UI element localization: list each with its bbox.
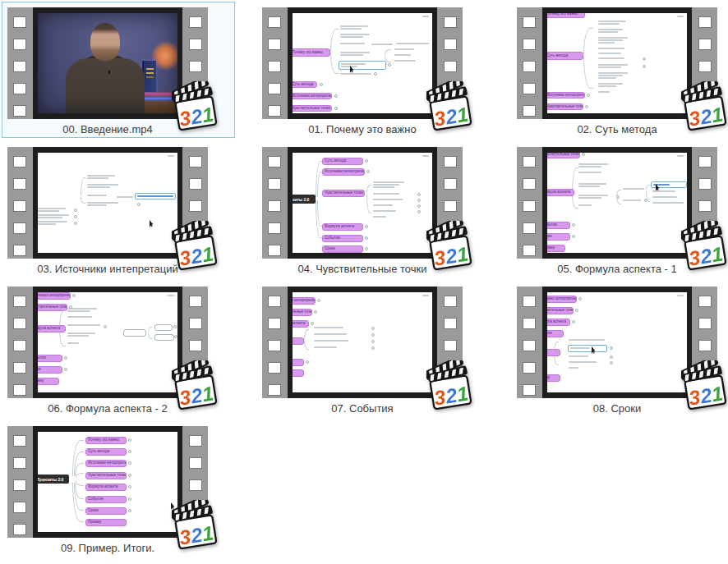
file-item-03[interactable]: 3 2 1 03. Источники интепретаций: [2, 141, 235, 277]
mindmap-twig: [341, 63, 366, 65]
sprocket-hole: [523, 245, 536, 256]
node-badge: [366, 170, 370, 173]
sprocket-hole: [444, 178, 457, 190]
sprocket-hole: [698, 296, 712, 307]
sprocket-hole: [523, 362, 536, 374]
mindmap-twig: [652, 190, 675, 192]
mindmap-twig: [373, 186, 394, 188]
sprocket-hole: [189, 16, 202, 28]
thumbnail-content: Почему это важноСуть методаИсточники инт…: [293, 13, 432, 113]
sprocket-hole: [523, 156, 536, 167]
sprocket-hole: [444, 61, 457, 72]
node-badge: [575, 309, 578, 312]
file-item-09[interactable]: Транзиты 2.0Почему это важноСуть методаИ…: [2, 420, 235, 557]
mindmap-twig: [38, 221, 67, 222]
node-badge: [417, 204, 421, 208]
mindmap-node: Сроки: [38, 366, 62, 374]
mindmap-twig: [598, 75, 623, 76]
file-item-02[interactable]: Почему это важноСуть методаИсточники инт…: [511, 2, 728, 138]
node-badge: [365, 236, 368, 240]
sprocket-hole: [523, 200, 536, 212]
sprocket-hole: [698, 200, 712, 212]
branch-curve: [583, 28, 593, 54]
mindmap-node: Пример: [38, 378, 59, 385]
node-badge: [417, 210, 421, 213]
mindmap-twig: [578, 195, 608, 196]
branch-curve: [304, 341, 309, 350]
mindmap-twig: [38, 210, 59, 212]
mindmap-node: Источники интерпретаций: [38, 292, 71, 300]
mindmap-twig: [117, 196, 133, 198]
node-badge: [128, 485, 131, 488]
mindmap-twig: [598, 21, 626, 22]
thumbnail-content: Транзиты 2.0Почему это важноСуть методаИ…: [38, 432, 177, 532]
branch-curve: [646, 185, 650, 190]
mindmap-node: Почему это важно: [293, 48, 330, 57]
node-badge: [643, 65, 646, 68]
sprocket-hole: [523, 340, 536, 351]
sprocket-hole: [268, 318, 281, 329]
sprocket-hole: [268, 200, 281, 212]
mindmap-node: Чувствительные точки: [293, 309, 312, 316]
sprocket-hole: [13, 502, 26, 513]
node-badge: [74, 215, 77, 218]
file-item-05[interactable]: Чувствительные точкиФормула аспектаСобыт…: [511, 141, 728, 277]
mindmap-node: Чувствительные точки: [85, 472, 127, 479]
mindmap-twig: [598, 42, 615, 44]
mindmap-node: Формула аспекта: [38, 325, 66, 332]
node-badge: [585, 105, 588, 108]
file-browser-thumbnail-view: { "logo": {"digits": ["3","2","1"]}, "pa…: [0, 0, 728, 564]
sprocket-hole: [13, 362, 26, 374]
mindmap-twig: [38, 208, 66, 209]
mindmap-subnode: [154, 324, 173, 331]
file-item-06[interactable]: Источники интерпретацийЧувствительные то…: [2, 281, 235, 417]
file-item-01[interactable]: Почему это важноСуть методаИсточники инт…: [256, 2, 490, 138]
sprocket-hole: [523, 222, 536, 234]
mindmap-twig: [373, 181, 404, 183]
mindmap-node: Сроки: [547, 233, 570, 241]
mindmap-twig: [394, 54, 411, 56]
mindmap-node: Пример: [85, 519, 127, 526]
node-badge: [388, 63, 391, 66]
file-item-00[interactable]: 3 2 1 00. Введение.mp4: [2, 2, 235, 138]
mindmap-subnode: [123, 329, 146, 337]
sprocket-hole: [268, 83, 281, 94]
node-badge: [374, 72, 377, 76]
file-item-08[interactable]: Источники интерпретацийЧувствительные то…: [511, 281, 728, 417]
mindmap-node: Пример: [293, 369, 304, 377]
mindmap-node: Сроки: [293, 359, 304, 366]
mindmap-twig: [598, 64, 628, 66]
mindmap-twig: [87, 202, 118, 204]
mindmap-twig: [569, 355, 588, 357]
file-caption: 09. Пример. Итоги.: [7, 542, 208, 554]
file-item-04[interactable]: Транзиты 2.0Суть методаИсточники интерпр…: [256, 141, 490, 277]
node-badge: [371, 327, 375, 330]
node-badge: [371, 340, 375, 343]
mindmap-twig: [341, 66, 357, 67]
sprocket-hole: [698, 156, 712, 167]
branch-curve: [330, 53, 339, 74]
sprocket-hole: [268, 362, 281, 374]
node-badge: [173, 325, 177, 328]
mindmap-twig: [38, 217, 62, 218]
node-badge: [137, 203, 141, 206]
mindmap-twig: [598, 57, 624, 59]
mindmap-twig: [314, 346, 337, 348]
sprocket-hole: [444, 340, 457, 351]
node-badge: [572, 235, 575, 238]
thumbnail-content: Чувствительные точкиФормула аспектаСобыт…: [547, 153, 687, 253]
mindmap-twig: [340, 25, 368, 27]
mindmap-twig: [569, 361, 597, 363]
mindmap-node: Почему это важно: [85, 437, 127, 444]
sprocket-hole: [13, 200, 26, 212]
sprocket-hole: [523, 384, 536, 396]
branch-curve: [572, 195, 578, 209]
node-badge: [104, 325, 107, 328]
file-item-07[interactable]: Источники интерпретацийЧувствительные то…: [256, 281, 490, 417]
sprocket-hole: [523, 16, 536, 28]
mindmap-twig: [578, 172, 601, 173]
mindmap-node: Почему это важно: [547, 13, 585, 18]
sprocket-hole: [523, 178, 536, 190]
sprocket-hole: [268, 16, 281, 28]
sprocket-hole: [189, 156, 202, 167]
